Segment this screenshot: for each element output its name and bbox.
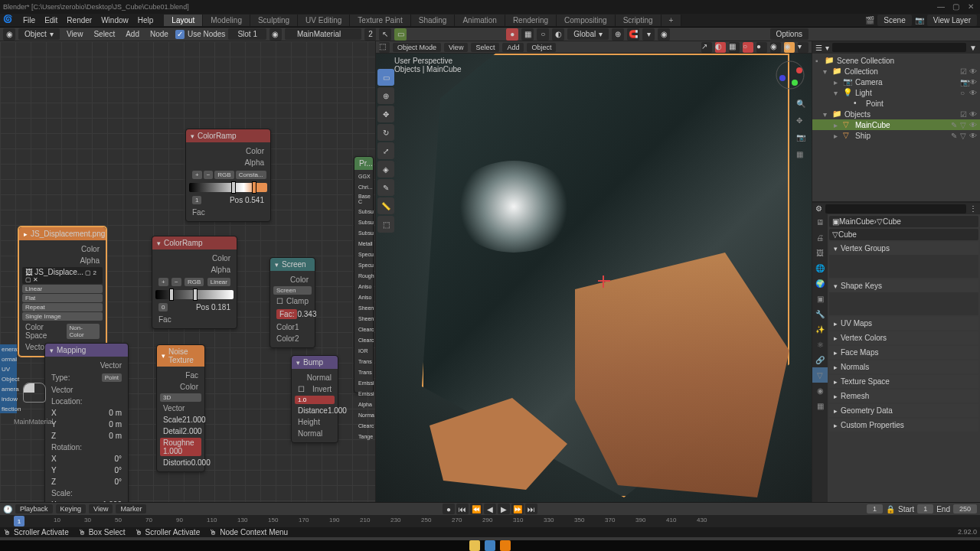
node-menu-select[interactable]: Select (90, 28, 119, 40)
tree-scene-collection[interactable]: ▪📁Scene Collection (812, 55, 980, 66)
zoom-icon[interactable]: 🔍 (796, 99, 810, 113)
node-menu-add[interactable]: Add (122, 28, 143, 40)
proportional-type-icon[interactable]: ◐ (552, 28, 564, 41)
taskbar-blender-icon[interactable] (500, 540, 511, 551)
menu-window[interactable]: Window (96, 15, 133, 26)
jump-end-icon[interactable]: ⏭ (525, 504, 537, 514)
scale-tool[interactable]: ⤢ (377, 142, 394, 159)
menu-file[interactable]: File (18, 15, 40, 26)
tree-light[interactable]: ▾💡Light○👁 (812, 87, 980, 98)
perspective-icon[interactable]: ▦ (796, 150, 810, 164)
snap-toggle-icon[interactable]: 🧲 (627, 28, 639, 41)
tree-ship[interactable]: ▸▽Ship✎▽👁 (812, 130, 980, 141)
tab-particle[interactable]: ✨ (812, 321, 828, 337)
camera-view-icon[interactable]: 📷 (796, 133, 810, 147)
play-reverse-icon[interactable]: ◀ (484, 504, 496, 514)
node-colorramp-1[interactable]: ▾ ColorRamp Color Alpha +−RGBConsta... 1… (185, 129, 271, 222)
node-mix-rgb[interactable]: ▾ Screen Color Screen ☐Clamp Fac:0.343 C… (270, 257, 315, 348)
shading-matprev-icon[interactable]: ◉ (770, 42, 781, 53)
play-icon[interactable]: ▶ (498, 504, 510, 514)
jump-start-icon[interactable]: ⏮ (456, 504, 469, 514)
tab-viewlayer[interactable]: 🖼 (812, 245, 828, 260)
tab-output[interactable]: 🖨 (812, 230, 828, 245)
roughness-slider[interactable]: Roughne 1.000 (160, 438, 201, 456)
gizmo-icon[interactable]: ↗ (701, 42, 712, 53)
filter-icon[interactable]: ▼ (969, 44, 977, 52)
fac-slider[interactable]: Fac: (276, 309, 297, 319)
shading-rendered-icon[interactable]: ◉ (784, 42, 795, 53)
snap-type-icon[interactable]: ▦ (521, 28, 534, 41)
start-frame-field[interactable]: 1 (917, 504, 933, 514)
proportional-toggle-icon[interactable]: ◉ (658, 28, 670, 41)
pivot-icon[interactable]: ⊕ (612, 28, 624, 41)
frame-lock-icon[interactable]: 🔒 (886, 505, 895, 514)
tab-scripting[interactable]: Scripting (616, 15, 662, 26)
use-nodes-checkbox[interactable]: ✓ (175, 30, 185, 39)
tab-texture-paint[interactable]: Texture Paint (350, 15, 410, 26)
props-options-icon[interactable]: ⋮ (969, 204, 977, 213)
viewport-3d-canvas[interactable]: User Perspective Objects | MainCube ▭ ⊕ … (376, 54, 812, 502)
tab-world[interactable]: 🌍 (812, 276, 828, 291)
editor-type-icon[interactable]: ⬚ (379, 42, 390, 53)
node-header[interactable]: ▾ ColorRamp (152, 236, 237, 249)
node-header[interactable]: ▾ Bump (292, 356, 338, 369)
taskbar-explorer-icon[interactable] (469, 540, 480, 551)
outliner-type-icon[interactable]: ☰ (815, 44, 822, 52)
cursor-tool[interactable]: ⊕ (377, 87, 394, 104)
tab-material[interactable]: ◉ (812, 383, 828, 398)
tab-rendering[interactable]: Rendering (505, 15, 557, 26)
view-menu[interactable]: View (89, 504, 113, 514)
tab-animation[interactable]: Animation (455, 15, 505, 26)
tree-point[interactable]: •Point (812, 98, 980, 109)
minimize-icon[interactable]: — (937, 2, 946, 11)
tab-constraint[interactable]: 🔗 (812, 352, 828, 367)
scene-selector[interactable]: Scene (877, 15, 911, 26)
tab-modifier[interactable]: 🔧 (812, 306, 828, 321)
mode-selector[interactable]: Object Mode (393, 43, 441, 52)
node-header[interactable]: ▾ ColorRamp (186, 129, 270, 142)
node-mapping[interactable]: ▾ Mapping Vector Type:Point Vector Locat… (44, 343, 129, 502)
transform-tool[interactable]: ◈ (377, 161, 394, 178)
tree-collection[interactable]: ▾📁Collection☑👁 (812, 66, 980, 77)
menu-render[interactable]: Render (62, 15, 96, 26)
snap-icon[interactable]: ● (506, 28, 518, 41)
editor-type-icon[interactable]: ◉ (3, 28, 15, 41)
tab-sculpting[interactable]: Sculpting (250, 15, 298, 26)
section-custom-properties[interactable]: ▸ Custom Properties (829, 419, 978, 432)
material-icon[interactable]: ◉ (270, 28, 282, 41)
mesh-name-field[interactable]: ▽ Cube (829, 229, 978, 240)
shader-node-editor[interactable]: enerated ormal UV Object amera indow fle… (0, 41, 375, 502)
keying-menu[interactable]: Keying (56, 504, 87, 514)
menu-edit[interactable]: Edit (40, 15, 62, 26)
material-slot[interactable]: Slot 1 (228, 28, 266, 40)
section-normals[interactable]: ▸ Normals (829, 360, 978, 373)
jump-prev-icon[interactable]: ⏪ (470, 504, 482, 514)
end-frame-field[interactable]: 250 (953, 504, 977, 514)
node-header[interactable]: ▾ Mapping (45, 344, 128, 357)
tab-layout[interactable]: Layout (164, 15, 203, 26)
node-colorramp-2[interactable]: ▾ ColorRamp Color Alpha +−RGBLinear 0Pos… (152, 236, 237, 329)
vp-menu-add[interactable]: Add (502, 43, 524, 52)
options-dropdown[interactable]: Options (770, 28, 808, 40)
tab-physics[interactable]: ⚛ (812, 337, 828, 352)
viewlayer-selector[interactable]: View Layer (927, 15, 977, 26)
current-frame-field[interactable]: 1 (867, 504, 883, 514)
object-mode-selector[interactable]: Object ▾ (18, 28, 60, 40)
taskbar-edge-icon[interactable] (485, 540, 495, 551)
timeline-track[interactable]: 1 10 30 50 70 90 110 130 150 170 190 210… (0, 515, 980, 527)
move-tool[interactable]: ✥ (377, 106, 394, 122)
snap-element-icon[interactable]: ▾ (642, 28, 655, 41)
close-icon[interactable]: ✕ (968, 2, 977, 11)
strength-field[interactable]: 1.0 (295, 396, 335, 404)
node-menu-node[interactable]: Node (146, 28, 172, 40)
node-header[interactable]: ▾ Noise Texture (157, 345, 204, 367)
jump-next-icon[interactable]: ⏩ (511, 504, 524, 514)
tab-modeling[interactable]: Modeling (203, 15, 250, 26)
tab-texture[interactable]: ▦ (812, 398, 828, 413)
menu-help[interactable]: Help (133, 15, 158, 26)
gradient-widget[interactable] (155, 290, 234, 299)
vp-menu-view[interactable]: View (444, 43, 468, 52)
tree-objects-collection[interactable]: ▾📁Objects☑👁 (812, 109, 980, 119)
tree-camera[interactable]: ▸📷Camera📷👁 (812, 77, 980, 87)
measure-tool[interactable]: 📏 (377, 197, 394, 214)
